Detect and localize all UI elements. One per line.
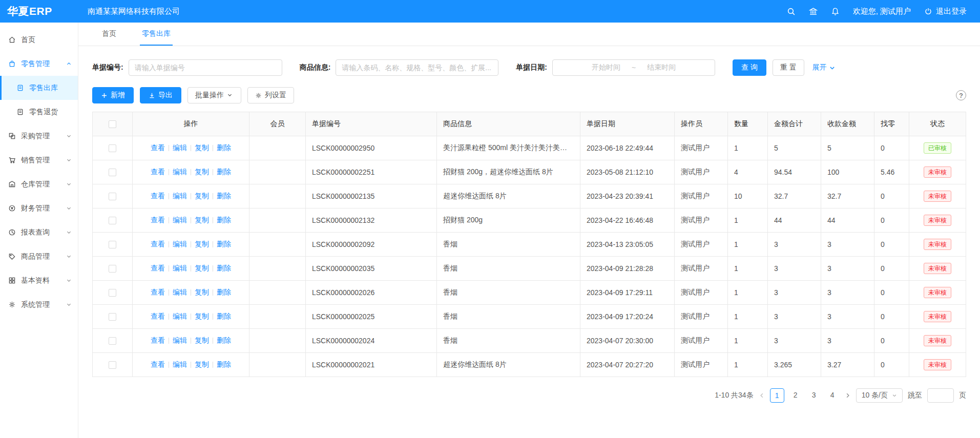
bill-no-input[interactable]: [129, 59, 282, 76]
sidebar-item-system-management[interactable]: 系统管理: [0, 293, 78, 317]
row-action-copy[interactable]: 复制: [195, 336, 209, 344]
sidebar-item-finance-management[interactable]: 财务管理: [0, 196, 78, 220]
row-action-copy[interactable]: 复制: [195, 288, 209, 296]
row-action-delete[interactable]: 删除: [217, 143, 231, 152]
row-action-copy[interactable]: 复制: [195, 216, 209, 224]
row-action-edit[interactable]: 编辑: [173, 312, 187, 320]
notification-bell-icon[interactable]: [831, 7, 840, 16]
export-button[interactable]: 导出: [140, 87, 181, 103]
data-table: 操作 会员 单据编号 商品信息 单据日期 操作员 数量 金额合计 收款金额 找零…: [92, 112, 966, 377]
select-all-checkbox[interactable]: [109, 120, 116, 128]
sidebar-item-sales-management[interactable]: 销售管理: [0, 148, 78, 172]
row-action-view[interactable]: 查看: [151, 143, 165, 152]
row-action-copy[interactable]: 复制: [195, 192, 209, 200]
cell-date: 2023-04-13 23:05:05: [580, 233, 675, 257]
date-range-picker[interactable]: 开始时间 ~ 结束时间: [552, 59, 715, 76]
page-size-select[interactable]: 10 条/页: [856, 388, 903, 403]
prev-page-button[interactable]: [759, 392, 765, 399]
row-checkbox[interactable]: [109, 241, 116, 248]
row-action-edit[interactable]: 编辑: [173, 168, 187, 176]
row-action-view[interactable]: 查看: [151, 216, 165, 224]
cell-date: 2023-04-09 17:29:11: [580, 281, 675, 305]
row-action-delete[interactable]: 删除: [217, 240, 231, 248]
row-checkbox[interactable]: [109, 289, 116, 297]
row-action-copy[interactable]: 复制: [195, 168, 209, 176]
chevron-down-icon: [66, 302, 72, 307]
logout-button[interactable]: 退出登录: [924, 7, 967, 16]
row-action-delete[interactable]: 删除: [217, 192, 231, 200]
action-separator: [169, 265, 169, 272]
row-action-edit[interactable]: 编辑: [173, 143, 187, 152]
add-button[interactable]: 新增: [92, 87, 134, 103]
page-button-1[interactable]: 1: [770, 388, 784, 403]
row-action-view[interactable]: 查看: [151, 240, 165, 248]
row-checkbox[interactable]: [109, 313, 116, 321]
reset-button[interactable]: 重 置: [773, 59, 804, 76]
sidebar-item-retail-management[interactable]: 零售管理: [0, 52, 78, 76]
row-checkbox[interactable]: [109, 193, 116, 200]
row-checkbox[interactable]: [109, 361, 116, 369]
jump-input[interactable]: [927, 388, 954, 403]
row-action-edit[interactable]: 编辑: [173, 360, 187, 368]
row-action-view[interactable]: 查看: [151, 312, 165, 320]
page-button-2[interactable]: 2: [788, 388, 803, 403]
row-action-copy[interactable]: 复制: [195, 143, 209, 152]
sidebar-item-retail-return[interactable]: 零售退货: [0, 100, 78, 124]
row-action-copy[interactable]: 复制: [195, 312, 209, 320]
row-action-view[interactable]: 查看: [151, 264, 165, 272]
material-input[interactable]: [336, 59, 498, 76]
column-settings-button[interactable]: 列设置: [247, 87, 294, 103]
retail-bag-icon: [8, 60, 16, 68]
row-action-view[interactable]: 查看: [151, 168, 165, 176]
row-action-copy[interactable]: 复制: [195, 264, 209, 272]
tab-retail-outbound[interactable]: 零售出库: [140, 23, 173, 46]
row-action-view[interactable]: 查看: [151, 336, 165, 344]
tab-home[interactable]: 首页: [100, 23, 118, 46]
row-action-view[interactable]: 查看: [151, 192, 165, 200]
page-button-3[interactable]: 3: [807, 388, 821, 403]
row-action-delete[interactable]: 删除: [217, 336, 231, 344]
row-action-edit[interactable]: 编辑: [173, 216, 187, 224]
row-action-edit[interactable]: 编辑: [173, 336, 187, 344]
sidebar-item-warehouse-management[interactable]: 仓库管理: [0, 172, 78, 196]
row-action-edit[interactable]: 编辑: [173, 288, 187, 296]
row-action-edit[interactable]: 编辑: [173, 192, 187, 200]
expand-link[interactable]: 展开: [812, 63, 836, 72]
search-button[interactable]: 查 询: [733, 59, 766, 76]
row-action-view[interactable]: 查看: [151, 288, 165, 296]
row-action-delete[interactable]: 删除: [217, 264, 231, 272]
expand-link-label: 展开: [812, 63, 827, 72]
sidebar-item-goods-management[interactable]: 商品管理: [0, 244, 78, 268]
header-paid: 收款金额: [821, 112, 874, 136]
row-checkbox[interactable]: [109, 169, 116, 176]
row-action-edit[interactable]: 编辑: [173, 264, 187, 272]
search-icon[interactable]: [787, 7, 796, 16]
row-checkbox[interactable]: [109, 265, 116, 273]
page-button-4[interactable]: 4: [825, 388, 840, 403]
row-action-delete[interactable]: 删除: [217, 360, 231, 368]
row-actions-cell: 查看编辑复制删除: [133, 233, 249, 257]
batch-actions-button[interactable]: 批量操作: [187, 87, 241, 103]
platform-building-icon[interactable]: [809, 7, 818, 16]
row-checkbox[interactable]: [109, 144, 116, 152]
row-checkbox[interactable]: [109, 217, 116, 224]
row-action-delete[interactable]: 删除: [217, 216, 231, 224]
row-action-copy[interactable]: 复制: [195, 240, 209, 248]
welcome-user[interactable]: 欢迎您, 测试用户: [853, 7, 911, 16]
row-action-copy[interactable]: 复制: [195, 360, 209, 368]
row-action-edit[interactable]: 编辑: [173, 240, 187, 248]
row-action-view[interactable]: 查看: [151, 360, 165, 368]
row-action-delete[interactable]: 删除: [217, 168, 231, 176]
sidebar-item-basic-data[interactable]: 基本资料: [0, 268, 78, 293]
sidebar-item-purchase-management[interactable]: 采购管理: [0, 124, 78, 148]
row-checkbox[interactable]: [109, 337, 116, 345]
row-action-delete[interactable]: 删除: [217, 312, 231, 320]
sidebar-item-report-query[interactable]: 报表查询: [0, 220, 78, 244]
help-icon[interactable]: ?: [956, 90, 966, 100]
row-action-delete[interactable]: 删除: [217, 288, 231, 296]
next-page-button[interactable]: [845, 392, 851, 399]
cell-operator: 测试用户: [675, 305, 728, 329]
cell-info: 香烟: [437, 281, 580, 305]
sidebar-item-retail-outbound[interactable]: 零售出库: [0, 76, 78, 100]
sidebar-item-home[interactable]: 首页: [0, 28, 78, 52]
